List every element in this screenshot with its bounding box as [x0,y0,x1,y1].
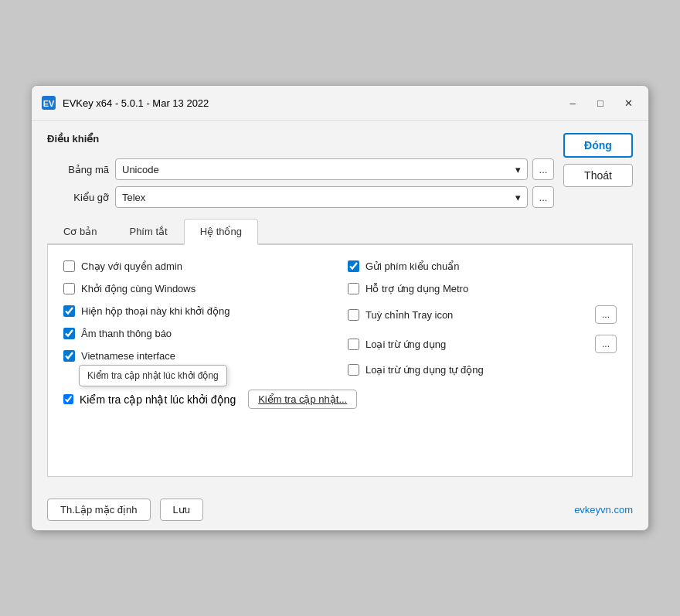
close-button[interactable]: ✕ [617,92,639,114]
kieu-go-select[interactable]: Telex ▾ [115,186,528,208]
chevron-down-icon: ▾ [515,164,521,175]
checkbox-kiem-tra-label: Kiểm tra cập nhật lúc khởi động [80,393,236,406]
maximize-button[interactable]: □ [590,92,611,114]
loai-tru-more-button[interactable]: ... [595,335,617,353]
checkbox-kiem-tra[interactable]: Kiểm tra cập nhật lúc khởi động [63,393,236,406]
kieu-go-field-wrap: Telex ▾ ... [115,186,554,208]
checkbox-tuy-chinh-tray-input[interactable] [348,309,359,321]
left-column: Chạy với quyền admin Khởi động cùng Wind… [63,260,332,376]
bang-ma-more-button[interactable]: ... [532,158,554,180]
checkbox-loai-tru-tu-dong-label: Loại trừ ứng dụng tự động [366,364,484,376]
checkbox-chay-admin[interactable]: Chạy với quyền admin [63,260,332,272]
checkbox-vietnamese-interface-input[interactable] [63,350,75,362]
checkbox-ho-tro-metro[interactable]: Hỗ trợ ứng dụng Metro [348,283,617,294]
checkbox-gui-phim-input[interactable] [348,260,359,272]
checkbox-gui-phim[interactable]: Gửi phím kiểu chuẩn [348,260,617,272]
kieu-go-label: Kiểu gỡ [47,192,109,203]
bang-ma-field-wrap: Unicode ▾ ... [115,158,554,180]
app-icon: EV [41,95,56,111]
checkbox-loai-tru-tu-dong-input[interactable] [348,364,359,376]
checkbox-am-thanh-label: Âm thanh thông báo [81,328,172,339]
checkbox-loai-tru-input[interactable] [348,339,359,350]
dong-button[interactable]: Đóng [563,133,633,158]
kiem-tra-cap-nhat-button[interactable]: Kiểm tra cập nhật... [248,390,357,409]
content-area: Điều khiển Bảng mã Unicode ▾ ... Kiểu gỡ [32,121,648,489]
action-buttons: Đóng Thoát [563,133,633,187]
checkbox-hien-hop-thoai-input[interactable] [63,305,75,317]
tooltip: Kiểm tra cập nhật lúc khởi động [79,365,227,386]
checkbox-chay-admin-label: Chạy với quyền admin [81,260,182,272]
checkbox-loai-tru-tu-dong[interactable]: Loại trừ ứng dụng tự động [348,364,617,376]
tab-he-thong[interactable]: Hệ thống [184,219,258,245]
main-window: EV EVKey x64 - 5.0.1 - Mar 13 2022 – □ ✕… [31,85,649,531]
checkbox-vietnamese-interface-label: Vietnamese interface [81,350,175,362]
checkbox-tuy-chinh-tray[interactable]: Tuỳ chỉnh Tray icon [348,309,453,321]
checkbox-loai-tru[interactable]: Loại trừ ứng dụng [348,339,446,350]
kieu-go-more-button[interactable]: ... [532,186,554,208]
checkbox-ho-tro-metro-label: Hỗ trợ ứng dụng Metro [366,283,468,294]
svg-text:EV: EV [43,99,55,108]
checkbox-hien-hop-thoai-label: Hiện hộp thoại này khi khởi động [81,305,230,317]
checkbox-ho-tro-metro-input[interactable] [348,283,359,294]
bang-ma-row: Bảng mã Unicode ▾ ... [47,158,554,180]
checkbox-am-thanh-input[interactable] [63,328,75,339]
kiem-tra-row: Kiểm tra cập nhật lúc khởi động Kiểm tra… [63,390,617,409]
tab-phim-tat[interactable]: Phím tắt [113,219,183,243]
tabs: Cơ bản Phím tắt Hệ thống [47,219,633,245]
checkbox-hien-hop-thoai[interactable]: Hiện hộp thoại này khi khởi động [63,305,332,317]
checkbox-khoi-dong-label: Khởi động cùng Windows [81,283,196,294]
tab-content-he-thong: Chạy với quyền admin Khởi động cùng Wind… [47,245,633,477]
thoat-button[interactable]: Thoát [563,164,633,187]
tuy-chinh-tray-more-button[interactable]: ... [595,305,617,324]
checkbox-vietnamese-interface[interactable]: Vietnamese interface [63,350,332,362]
fields-area: Điều khiển Bảng mã Unicode ▾ ... Kiểu gỡ [47,133,554,208]
bang-ma-select[interactable]: Unicode ▾ [115,158,528,180]
tab-co-ban[interactable]: Cơ bản [47,219,113,243]
evkeyvn-link[interactable]: evkeyvn.com [574,504,633,516]
checkbox-kiem-tra-input[interactable] [63,394,73,404]
tooltip-text: Kiểm tra cập nhật lúc khởi động [87,370,219,381]
window-title: EVKey x64 - 5.0.1 - Mar 13 2022 [63,97,562,109]
controls-area: Điều khiển Bảng mã Unicode ▾ ... Kiểu gỡ [47,133,633,208]
bang-ma-label: Bảng mã [47,164,109,175]
checkbox-khoi-dong[interactable]: Khởi động cùng Windows [63,283,332,294]
checkbox-khoi-dong-input[interactable] [63,283,75,294]
checkbox-am-thanh[interactable]: Âm thanh thông báo [63,328,332,339]
checkbox-gui-phim-label: Gửi phím kiểu chuẩn [366,260,460,272]
checkbox-chay-admin-input[interactable] [63,260,75,272]
reset-default-button[interactable]: Th.Lập mặc định [47,499,151,521]
minimize-button[interactable]: – [562,92,583,114]
title-bar: EV EVKey x64 - 5.0.1 - Mar 13 2022 – □ ✕ [32,86,648,121]
kieu-go-row: Kiểu gỡ Telex ▾ ... [47,186,554,208]
bottom-bar: Th.Lập mặc định Lưu evkeyvn.com [32,489,648,530]
right-column: Gửi phím kiểu chuẩn Hỗ trợ ứng dụng Metr… [348,260,617,376]
checkbox-loai-tru-row: Loại trừ ứng dụng ... [348,335,617,353]
checkbox-loai-tru-label: Loại trừ ứng dụng [366,339,446,350]
save-button[interactable]: Lưu [160,499,203,521]
checkbox-tuy-chinh-tray-label: Tuỳ chỉnh Tray icon [366,309,453,321]
window-controls: – □ ✕ [562,92,639,114]
chevron-down-icon: ▾ [515,192,521,203]
checkbox-grid: Chạy với quyền admin Khởi động cùng Wind… [63,260,617,376]
checkbox-tuy-chinh-tray-row: Tuỳ chỉnh Tray icon ... [348,305,617,324]
section-label: Điều khiển [47,133,554,145]
